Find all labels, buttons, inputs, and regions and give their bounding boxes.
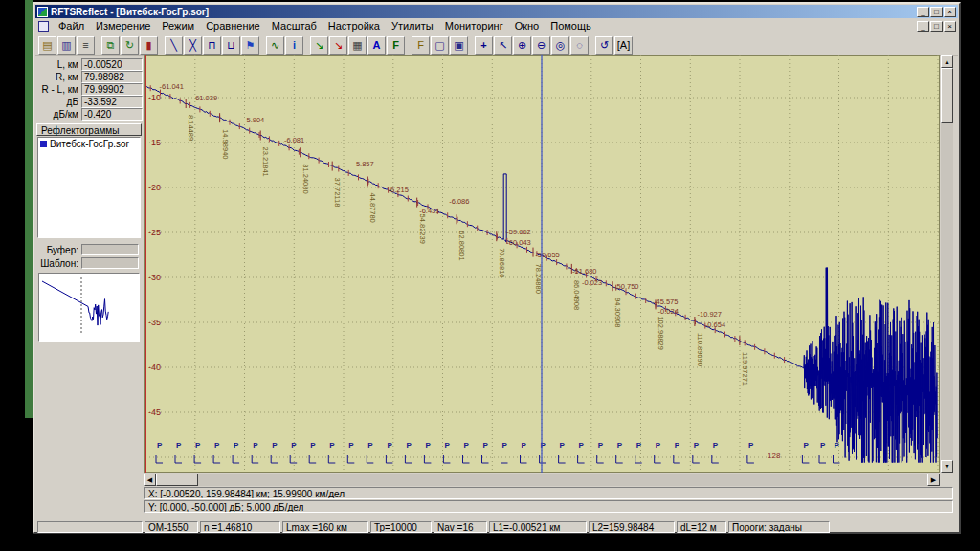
template-field[interactable]: [81, 257, 139, 269]
cursor-button[interactable]: +: [475, 36, 493, 55]
svg-text:128: 128: [768, 452, 781, 460]
svg-text:Р: Р: [675, 441, 680, 450]
scroll-up-button[interactable]: ▲: [941, 55, 953, 68]
menu-item-10[interactable]: Помощь: [545, 19, 597, 33]
left-panel: L, км-0.00520R, км79.98982R - L, км79.99…: [36, 56, 144, 522]
horizontal-scroll-thumb[interactable]: [156, 474, 198, 486]
trace-thumbnail[interactable]: [38, 273, 140, 342]
vertical-scrollbar[interactable]: ▲ ▼: [941, 55, 953, 473]
toolbar-separator: [96, 36, 100, 55]
zoom-in-button[interactable]: ◎: [551, 36, 569, 55]
svg-text:54.82239: 54.82239: [418, 214, 427, 244]
flag-button[interactable]: ⚑: [241, 36, 259, 55]
window-title: RFTSReflect - [Витебск-ГосГр.sor]: [51, 7, 914, 17]
svg-text:Р: Р: [464, 441, 470, 450]
fresnel-button[interactable]: F: [412, 36, 430, 55]
zoom-y-button[interactable]: ⊖: [532, 36, 550, 55]
menu-item-4[interactable]: Сравнение: [200, 19, 266, 33]
maximize-button[interactable]: □: [930, 7, 943, 17]
reflectogram-plot[interactable]: -10-15-20-25-30-35-40-458.1448914.989402…: [144, 55, 940, 473]
svg-text:-10: -10: [148, 93, 161, 102]
save-button[interactable]: ▥: [57, 36, 76, 55]
table-button[interactable]: ▦: [348, 36, 367, 55]
document-icon: [38, 21, 49, 32]
marker-button[interactable]: ▮: [140, 36, 158, 55]
zoom-out-button[interactable]: ◌: [570, 36, 589, 55]
autoscale-button[interactable]: [A]: [614, 36, 633, 55]
svg-text:-61.039: -61.039: [193, 94, 217, 102]
svg-text:-6.081: -6.081: [284, 136, 304, 144]
minimize-button[interactable]: _: [917, 7, 929, 17]
filter-button[interactable]: F: [387, 36, 405, 55]
refresh-button[interactable]: ↻: [121, 36, 139, 55]
svg-text:-35: -35: [148, 318, 161, 327]
svg-text:Р: Р: [579, 441, 585, 450]
svg-text:102.98829: 102.98829: [657, 316, 665, 349]
menu-item-2[interactable]: Измерение: [90, 19, 156, 33]
trace-line-button[interactable]: ╲: [165, 36, 183, 55]
window-2-button[interactable]: ▣: [450, 36, 468, 55]
close-button[interactable]: ×: [944, 7, 956, 17]
svg-text:Р: Р: [368, 441, 373, 450]
param-label-db-per-km: дБ/км: [38, 109, 78, 120]
buffer-field[interactable]: [81, 244, 139, 255]
print-button[interactable]: ≡: [77, 36, 95, 55]
child-restore-button[interactable]: □: [930, 21, 943, 32]
trace-down-red-button[interactable]: ↘: [329, 36, 347, 55]
app-window: RFTSReflect - [Витебск-ГосГр.sor] _□× Фа…: [33, 2, 961, 534]
svg-text:Р: Р: [310, 441, 316, 450]
trace-down-green-button[interactable]: ↘: [310, 36, 328, 55]
child-window-controls: _□×: [917, 21, 958, 32]
copy-trace-button[interactable]: ⧉: [101, 36, 120, 55]
svg-text:-10.927: -10.927: [698, 310, 722, 319]
pointer-button[interactable]: ↖: [494, 36, 512, 55]
svg-text:-60.043: -60.043: [506, 238, 530, 247]
toolbar-separator: [469, 36, 474, 55]
svg-text:-45.575: -45.575: [654, 298, 678, 306]
param-row-db: дБ-33.592: [36, 96, 144, 108]
param-value-db-per-km: -0.420: [81, 108, 143, 121]
trace-list[interactable]: Витебск-ГосГр.sor: [37, 137, 141, 238]
pulse-down-button[interactable]: ⊔: [222, 36, 240, 55]
svg-text:86.04908: 86.04908: [572, 280, 581, 310]
param-label-r-km: R, км: [38, 72, 78, 82]
child-minimize-button[interactable]: _: [917, 21, 929, 32]
scroll-down-button[interactable]: ▼: [941, 460, 953, 473]
window-1-button[interactable]: ▢: [431, 36, 449, 55]
trace-events-button[interactable]: ╳: [184, 36, 202, 55]
template-label: Шаблон:: [38, 258, 78, 269]
svg-text:Р: Р: [502, 441, 508, 450]
menu-item-9[interactable]: Окно: [509, 19, 546, 33]
svg-text:94.30908: 94.30908: [613, 298, 622, 327]
pulse-up-button[interactable]: ⊓: [203, 36, 221, 55]
svg-text:Р: Р: [425, 441, 431, 450]
param-value-r-minus-l-km: 79.99902: [81, 83, 143, 96]
open-file-button[interactable]: ▤: [38, 36, 56, 55]
svg-text:Р: Р: [329, 441, 335, 450]
menu-item-1[interactable]: Файл: [53, 19, 90, 33]
zoom-x-button[interactable]: ⊕: [513, 36, 531, 55]
trace-list-item[interactable]: Витебск-ГосГр.sor: [38, 138, 140, 150]
chart-info-button[interactable]: ∿: [266, 36, 284, 55]
title-bar[interactable]: RFTSReflect - [Витебск-ГосГр.sor] _□×: [35, 5, 958, 18]
undo-button[interactable]: ↺: [595, 36, 613, 55]
menu-item-7[interactable]: Утилиты: [386, 19, 439, 33]
scrollbar-corner: [941, 474, 953, 486]
scroll-left-button[interactable]: ◀: [144, 474, 156, 486]
reflectograms-header[interactable]: Рефлектограммы: [36, 123, 142, 136]
vertical-scroll-thumb[interactable]: [941, 68, 953, 123]
menu-item-3[interactable]: Режим: [156, 19, 200, 33]
menu-item-8[interactable]: Мониторинг: [439, 19, 509, 33]
status-cell-4: Тр=10000: [370, 521, 432, 533]
amplitude-button[interactable]: A: [368, 36, 386, 55]
info-button[interactable]: i: [285, 36, 303, 55]
menu-item-5[interactable]: Масштаб: [266, 19, 323, 33]
menu-item-6[interactable]: Настройка: [323, 19, 386, 33]
scroll-right-button[interactable]: ▶: [927, 474, 940, 486]
status-cell-6: L1=-0.00521 км: [489, 521, 587, 533]
svg-text:Р: Р: [234, 441, 239, 450]
svg-text:Р: Р: [387, 441, 392, 450]
horizontal-scrollbar[interactable]: ◀ ▶: [144, 474, 940, 486]
child-close-button[interactable]: ×: [944, 21, 956, 32]
toolbar-separator: [159, 36, 164, 55]
